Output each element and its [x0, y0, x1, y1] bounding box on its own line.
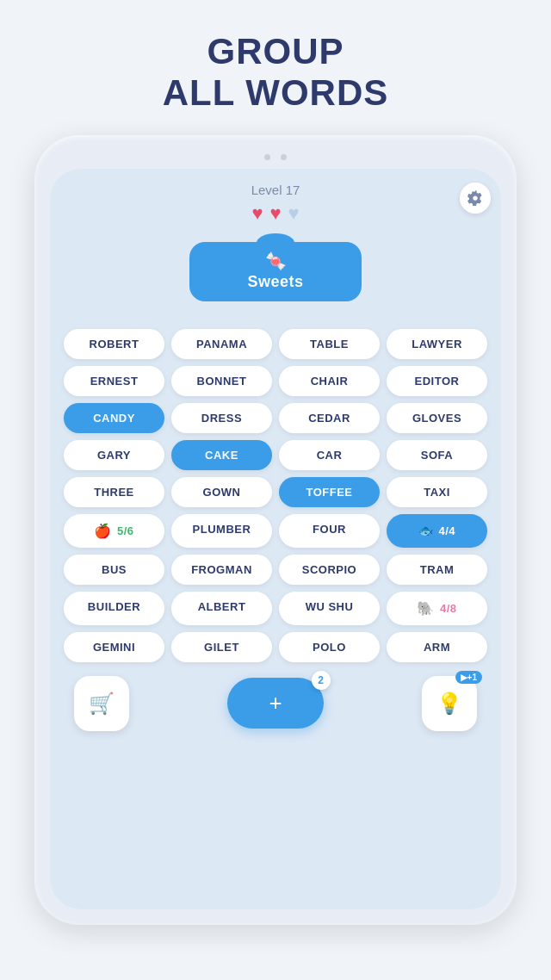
- word-chip-gown[interactable]: GOWN: [171, 477, 272, 507]
- word-chip-bus[interactable]: BUS: [64, 555, 164, 585]
- apple-count: 5/6: [117, 524, 134, 537]
- word-chip-plumber[interactable]: PLUMBER: [171, 514, 272, 548]
- word-chip-candy[interactable]: CANDY: [64, 403, 164, 433]
- apple-icon: 🍎: [94, 523, 112, 539]
- word-chip-gloves[interactable]: GLOVES: [387, 403, 487, 433]
- word-chip-polo[interactable]: POLO: [279, 632, 380, 662]
- camera-dot-2: [281, 154, 287, 160]
- candy-icon: 🍬: [265, 251, 287, 271]
- heart-2: ♥: [269, 202, 281, 225]
- shop-button[interactable]: 🛒: [74, 676, 129, 731]
- add-badge: 2: [312, 671, 331, 690]
- fish-icon: 🐟: [418, 524, 434, 537]
- hint-icon: 💡: [436, 692, 462, 716]
- game-header: Level 17 ♥ ♥ ♥: [60, 183, 491, 235]
- heart-1: ♥: [251, 202, 263, 225]
- word-chip-three[interactable]: THREE: [64, 477, 164, 507]
- bottom-bar: 🛒 + 2 💡 ▶+1: [60, 662, 491, 731]
- add-button[interactable]: + 2: [227, 678, 323, 729]
- word-chip-builder[interactable]: BUILDER: [64, 592, 164, 625]
- phone-frame: Level 17 ♥ ♥ ♥ 🍬 Sweets ROBERTPANAMATABL…: [34, 135, 517, 925]
- word-chip-ernest[interactable]: ERNEST: [64, 366, 164, 396]
- word-chip-lawyer[interactable]: LAWYER: [387, 329, 487, 359]
- word-chip-chair[interactable]: CHAIR: [279, 366, 380, 396]
- word-chip-editor[interactable]: EDITOR: [387, 366, 487, 396]
- word-chip-cake[interactable]: CAKE: [171, 440, 272, 470]
- word-chip-elephant_counter[interactable]: 🐘4/8: [387, 592, 487, 625]
- word-chip-arm[interactable]: ARM: [387, 632, 487, 662]
- word-chip-wu_shu[interactable]: WU SHU: [279, 592, 380, 625]
- word-chip-frogman[interactable]: FROGMAN: [171, 555, 272, 585]
- word-chip-table[interactable]: TABLE: [279, 329, 380, 359]
- elephant-icon: 🐘: [417, 600, 435, 617]
- word-chip-apple_counter[interactable]: 🍎5/6: [64, 514, 164, 548]
- elephant-count: 4/8: [440, 602, 457, 615]
- word-chip-gemini[interactable]: GEMINI: [64, 632, 164, 662]
- word-chip-gilet[interactable]: GILET: [171, 632, 272, 662]
- word-chip-scorpio[interactable]: SCORPIO: [279, 555, 380, 585]
- page-title: GROUP ALL WORDS: [163, 0, 389, 135]
- word-chip-robert[interactable]: ROBERT: [64, 329, 164, 359]
- word-chip-albert[interactable]: ALBERT: [171, 592, 272, 625]
- phone-camera: [50, 151, 501, 160]
- word-chip-fish_counter[interactable]: 🐟4/4: [387, 514, 487, 548]
- hint-badge: ▶+1: [455, 671, 482, 684]
- word-chip-dress[interactable]: DRESS: [171, 403, 272, 433]
- category-banner: 🍬 Sweets: [189, 242, 362, 301]
- shop-icon: 🛒: [89, 692, 115, 716]
- word-chip-four[interactable]: FOUR: [279, 514, 380, 548]
- word-chip-toffee[interactable]: TOFFEE: [279, 477, 380, 507]
- fish-count: 4/4: [438, 524, 455, 537]
- word-chip-tram[interactable]: TRAM: [387, 555, 487, 585]
- word-chip-car[interactable]: CAR: [279, 440, 380, 470]
- add-label: +: [269, 690, 282, 716]
- word-chip-gary[interactable]: GARY: [64, 440, 164, 470]
- level-label: Level 17: [251, 183, 300, 197]
- word-chip-sofa[interactable]: SOFA: [387, 440, 487, 470]
- camera-dot-1: [264, 154, 270, 160]
- hearts-row: ♥ ♥ ♥: [251, 202, 299, 225]
- category-label: Sweets: [247, 273, 303, 291]
- word-chip-taxi[interactable]: TAXI: [387, 477, 487, 507]
- heart-3: ♥: [288, 202, 300, 225]
- settings-button[interactable]: [460, 183, 491, 214]
- words-grid: ROBERTPANAMATABLELAWYERERNESTBONNETCHAIR…: [60, 329, 491, 662]
- word-chip-bonnet[interactable]: BONNET: [171, 366, 272, 396]
- word-chip-cedar[interactable]: CEDAR: [279, 403, 380, 433]
- word-chip-panama[interactable]: PANAMA: [171, 329, 272, 359]
- phone-screen: Level 17 ♥ ♥ ♥ 🍬 Sweets ROBERTPANAMATABL…: [50, 169, 501, 909]
- hint-button[interactable]: 💡 ▶+1: [422, 676, 477, 731]
